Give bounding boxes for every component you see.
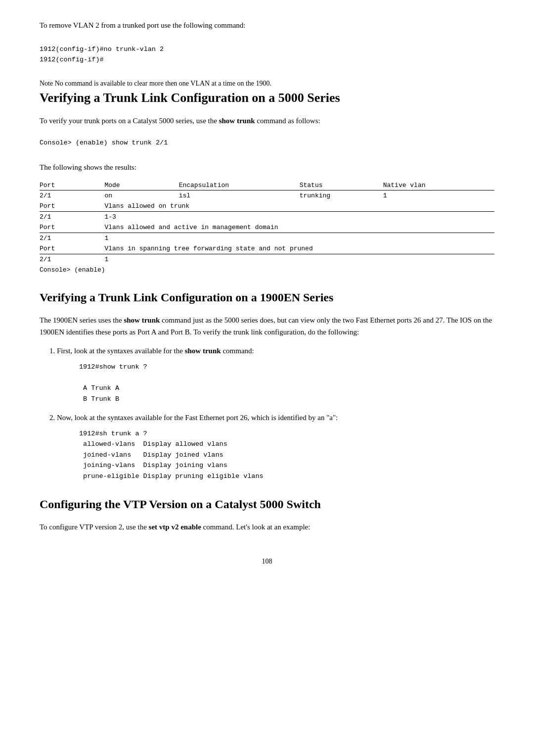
row3-port: 2/1 — [40, 233, 104, 244]
list-item-1: 1. First, look at the syntaxes available… — [49, 345, 494, 404]
console-end-row: Console> (enable) — [40, 265, 494, 275]
table-header-row: Port Mode Encapsulation Status Native vl… — [40, 180, 494, 190]
row4-vlans: 1 — [104, 254, 494, 265]
col-status-header: Status — [300, 180, 383, 190]
table-row-1: 2/1 on isl trunking 1 — [40, 190, 494, 201]
spanning-tree-data-row: 2/1 1 — [40, 254, 494, 265]
vlans-allowed-data-row: 2/1 1-3 — [40, 212, 494, 223]
trunk-table: Port Mode Encapsulation Status Native vl… — [40, 180, 494, 275]
col-mode-header: Mode — [104, 180, 178, 190]
show-trunk-code: Console> (enable) show trunk 2/1 — [40, 134, 494, 152]
list-item-2: 2. Now, look at the syntaxes available f… — [49, 412, 494, 482]
row1-native: 1 — [383, 190, 494, 201]
vlans-active-header-row: Port Vlans allowed and active in managem… — [40, 222, 494, 233]
row3-vlans: 1 — [104, 233, 494, 244]
spanning-tree-col2: Vlans in spanning tree forwarding state … — [104, 243, 494, 254]
results-text: The following shows the results: — [40, 161, 494, 173]
row2-port: 2/1 — [40, 212, 104, 223]
verify-intro-text: To verify your trunk ports on a Catalyst… — [40, 115, 494, 127]
row1-port: 2/1 — [40, 190, 104, 201]
list-item-2-code: 1912#sh trunk a ? allowed-vlans Display … — [79, 428, 494, 482]
section2-title: Verifying a Trunk Link Configuration on … — [40, 290, 494, 305]
vlans-active-col2: Vlans allowed and active in management d… — [104, 222, 494, 233]
col-port-header: Port — [40, 180, 104, 190]
section3-title: Configuring the VTP Version on a Catalys… — [40, 497, 494, 512]
page-number: 108 — [40, 558, 494, 566]
col-encap-header: Encapsulation — [179, 180, 300, 190]
vlans-allowed-header-row: Port Vlans allowed on trunk — [40, 201, 494, 212]
row2-vlans: 1-3 — [104, 212, 494, 223]
list-num-2: 2. — [49, 414, 55, 422]
numbered-list: 1. First, look at the syntaxes available… — [49, 345, 494, 481]
vlans-active-data-row: 2/1 1 — [40, 233, 494, 244]
row4-port: 2/1 — [40, 254, 104, 265]
row1-status: trunking — [300, 190, 383, 201]
list-item-1-code: 1912#show trunk ? A Trunk A B Trunk B — [79, 362, 494, 404]
spanning-tree-col1: Port — [40, 243, 104, 254]
row1-encap: isl — [179, 190, 300, 201]
section3-intro: To configure VTP version 2, use the set … — [40, 521, 494, 533]
list-num-1: 1. — [49, 347, 55, 355]
note-text: Note No command is available to clear mo… — [40, 78, 494, 89]
vlans-active-col1: Port — [40, 222, 104, 233]
row1-mode: on — [104, 190, 178, 201]
spanning-tree-header-row: Port Vlans in spanning tree forwarding s… — [40, 243, 494, 254]
vlans-allowed-col2: Vlans allowed on trunk — [104, 201, 494, 212]
section2-intro: The 1900EN series uses the show trunk co… — [40, 314, 494, 338]
section1-title: Verifying a Trunk Link Configuration on … — [40, 90, 494, 106]
console-end: Console> (enable) — [40, 265, 494, 275]
vlans-allowed-col1: Port — [40, 201, 104, 212]
remove-vlan-code: 1912(config-if)#no trunk-vlan 2 1912(con… — [40, 40, 494, 69]
remove-vlan-intro: To remove VLAN 2 from a trunked port use… — [40, 20, 494, 31]
col-native-header: Native vlan — [383, 180, 494, 190]
